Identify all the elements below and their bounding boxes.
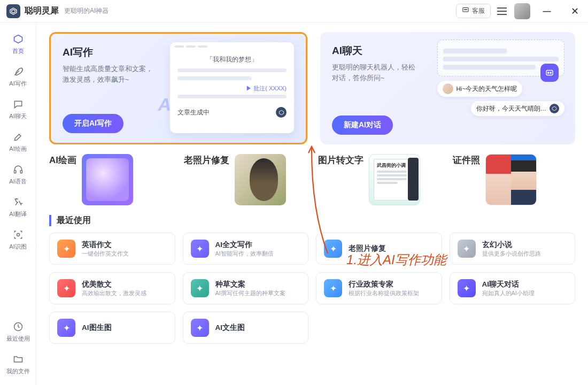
card-icon: ✦ — [191, 240, 209, 258]
nav-voice[interactable]: AI语音 — [0, 158, 36, 191]
hex-logo-icon — [550, 104, 559, 113]
support-button[interactable]: 客服 — [456, 4, 491, 18]
card-title: AI图生图 — [82, 323, 112, 333]
card-title: 行业政策专家 — [349, 280, 419, 289]
user-avatar-small — [443, 83, 453, 94]
tile-ocr[interactable]: 图片转文字 武昌街的小调 — [318, 154, 441, 205]
recent-card[interactable]: ✦AI图生图 — [49, 312, 175, 344]
ocr-thumbnail: 武昌街的小调 — [369, 154, 420, 205]
nav-label: AI语音 — [9, 178, 26, 186]
recent-card[interactable]: ✦优美散文高效输出散文，激发灵感 — [49, 272, 175, 304]
card-subtitle: AI撰写任何主题的种草文案 — [215, 289, 285, 297]
card-icon: ✦ — [191, 279, 209, 297]
chat-msg-user: Hi~今天的天气怎样呢 — [437, 81, 523, 97]
nav-recent[interactable]: 最近使用 — [0, 315, 36, 348]
close-button[interactable]: ✕ — [568, 5, 582, 17]
recent-card[interactable]: ✦AI全文写作AI智能写作，效率翻倍 — [183, 233, 309, 265]
main-content: AI写作 智能生成高质量文章和文案， 激发灵感，效率飙升~ 开启AI写作 AI … — [36, 22, 588, 385]
hex-logo-icon — [276, 107, 287, 118]
user-avatar[interactable] — [514, 3, 530, 19]
recent-card[interactable]: ✦种草文案AI撰写任何主题的种草文案 — [183, 272, 309, 304]
chat-preview: Hi~今天的天气怎样呢 你好呀，今天天气晴朗… — [437, 40, 564, 136]
card-title: 英语作文 — [82, 240, 129, 250]
nav-ocr[interactable]: AI识图 — [0, 224, 36, 256]
app-name: 聪明灵犀 — [25, 5, 59, 17]
id-photo-thumbnail — [485, 154, 537, 205]
translate-icon — [12, 196, 24, 208]
titlebar: 聪明灵犀 更聪明的AI神器 客服 — ✕ — [0, 0, 588, 22]
headphones-icon — [12, 164, 24, 175]
phone-icon — [408, 158, 419, 201]
hero-writing-card[interactable]: AI写作 智能生成高质量文章和文案， 激发灵感，效率飙升~ 开启AI写作 AI … — [49, 32, 307, 144]
hero-chat-desc: 更聪明的聊天机器人，轻松 对话，答你所问~ — [332, 62, 434, 83]
hero-writing-title: AI写作 — [63, 45, 165, 59]
tile-title: 图片转文字 — [318, 154, 363, 166]
card-icon: ✦ — [458, 279, 476, 297]
photo-thumbnail — [235, 154, 286, 205]
svg-rect-11 — [14, 171, 16, 173]
tile-id-photo[interactable]: 证件照 — [453, 154, 576, 205]
nav-chat[interactable]: AI聊天 — [0, 93, 36, 126]
app-logo-icon — [6, 4, 20, 18]
recent-card[interactable]: ✦AI文生图 — [183, 312, 309, 344]
feather-icon — [12, 66, 24, 78]
svg-rect-16 — [546, 71, 553, 75]
recent-card[interactable]: ✦英语作文一键创作英文作文 — [49, 233, 175, 265]
card-title: 老照片修复 — [349, 244, 386, 253]
nav-writing[interactable]: AI写作 — [0, 60, 36, 93]
preview-generating: 文章生成中 — [177, 108, 210, 117]
hero-chat-title: AI聊天 — [332, 44, 434, 58]
preview-annotation: ▶ 批注( XXXX) — [170, 84, 294, 93]
menu-icon[interactable] — [496, 5, 508, 17]
chat-msg-bot: 你好呀，今天天气晴朗… — [471, 101, 565, 116]
nav-translate[interactable]: AI翻译 — [0, 191, 36, 224]
ocr-sample-title: 武昌街的小调 — [377, 162, 407, 169]
recent-card[interactable]: ✦老照片修复 — [316, 233, 442, 265]
sidebar: 首页 AI写作 AI聊天 AI绘画 AI语音 AI翻译 AI识图 最 — [0, 22, 36, 385]
paint-thumbnail — [82, 154, 133, 205]
nav-label: 最近使用 — [6, 335, 30, 343]
recent-card[interactable]: ✦玄幻小说提供更多小说创作思路 — [450, 233, 576, 265]
card-title: AI全文写作 — [215, 240, 274, 250]
tile-ai-paint[interactable]: AI绘画 — [49, 154, 172, 205]
nav-paint[interactable]: AI绘画 — [0, 126, 36, 158]
new-chat-button[interactable]: 新建AI对话 — [332, 116, 393, 135]
recent-card[interactable]: ✦AI聊天对话宛如真人的AI小助理 — [450, 272, 576, 304]
tile-title: 老照片修复 — [184, 154, 229, 166]
tile-photo-restore[interactable]: 老照片修复 — [184, 154, 307, 205]
writing-preview: 「我和我的梦想」 ▶ 批注( XXXX) 文章生成中 — [170, 42, 294, 133]
card-icon: ✦ — [57, 279, 75, 297]
svg-point-18 — [550, 72, 551, 73]
nav-label: AI翻译 — [9, 210, 26, 218]
card-subtitle: 提供更多小说创作思路 — [482, 250, 541, 258]
svg-point-3 — [464, 9, 465, 10]
card-subtitle: 根据行业名称提供政策框架 — [349, 289, 419, 297]
recent-card[interactable]: ✦行业政策专家根据行业名称提供政策框架 — [316, 272, 442, 304]
nav-files[interactable]: 我的文件 — [0, 348, 36, 381]
nav-home[interactable]: 首页 — [0, 28, 36, 60]
svg-marker-9 — [14, 35, 22, 43]
card-title: 优美散文 — [82, 280, 146, 289]
svg-marker-15 — [279, 110, 283, 114]
card-icon: ✦ — [191, 319, 209, 337]
support-label: 客服 — [472, 6, 485, 16]
hero-chat-card[interactable]: AI聊天 更聪明的聊天机器人，轻松 对话，答你所问~ 新建AI对话 — [320, 32, 575, 144]
svg-point-5 — [467, 9, 467, 10]
card-subtitle: AI智能写作，效率翻倍 — [215, 250, 274, 258]
hero-writing-desc: 智能生成高质量文章和文案， 激发灵感，效率飙升~ — [63, 64, 165, 85]
card-subtitle: 一键创作英文作文 — [82, 250, 129, 258]
card-title: AI聊天对话 — [482, 280, 535, 289]
card-title: 玄幻小说 — [482, 240, 541, 250]
minimize-button[interactable]: — — [540, 6, 554, 16]
chat-bubble-icon — [462, 6, 469, 16]
clock-icon — [12, 321, 24, 333]
card-subtitle: 宛如真人的AI小助理 — [482, 289, 535, 297]
svg-marker-0 — [10, 8, 17, 14]
svg-point-17 — [548, 72, 549, 73]
start-writing-button[interactable]: 开启AI写作 — [63, 114, 123, 133]
svg-rect-12 — [20, 171, 22, 173]
nav-label: AI写作 — [9, 80, 26, 88]
card-title: AI文生图 — [215, 323, 245, 333]
brush-icon — [12, 131, 24, 143]
home-icon — [12, 33, 24, 45]
